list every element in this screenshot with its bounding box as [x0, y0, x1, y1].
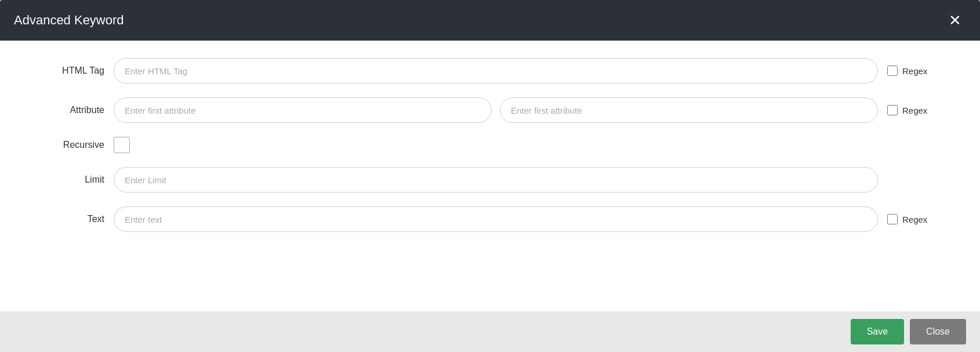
html-tag-regex-label: Regex	[902, 66, 927, 76]
text-row: Text Regex	[35, 206, 945, 232]
attribute-regex-group: Regex	[887, 105, 945, 115]
attribute-inputs	[114, 97, 878, 123]
modal-footer: Save Close	[0, 311, 980, 352]
html-tag-label: HTML Tag	[35, 66, 104, 76]
html-tag-input[interactable]	[114, 58, 878, 84]
recursive-label: Recursive	[35, 140, 104, 150]
text-regex-label: Regex	[902, 215, 927, 224]
modal-body: HTML Tag Regex Attribute Regex Recursive	[0, 41, 980, 311]
attribute-label: Attribute	[35, 105, 104, 115]
html-tag-regex-group: Regex	[887, 66, 945, 76]
header-close-button[interactable]: ✕	[944, 10, 966, 30]
text-label: Text	[35, 214, 104, 224]
text-input[interactable]	[114, 206, 878, 232]
close-button[interactable]: Close	[910, 319, 966, 344]
text-regex-group: Regex	[887, 214, 945, 224]
html-tag-regex-checkbox[interactable]	[887, 66, 898, 76]
limit-label: Limit	[35, 175, 104, 185]
attribute-regex-checkbox[interactable]	[887, 105, 898, 115]
attribute-second-input[interactable]	[500, 97, 878, 123]
html-tag-row: HTML Tag Regex	[35, 58, 945, 84]
attribute-first-input[interactable]	[114, 97, 492, 123]
save-button[interactable]: Save	[851, 319, 904, 344]
text-regex-checkbox[interactable]	[887, 214, 898, 224]
attribute-row: Attribute Regex	[35, 97, 945, 123]
recursive-checkbox[interactable]	[114, 137, 130, 153]
attribute-regex-label: Regex	[902, 106, 927, 115]
modal-header: Advanced Keyword ✕	[0, 0, 980, 41]
limit-row: Limit	[35, 167, 945, 193]
recursive-row: Recursive	[35, 137, 945, 153]
advanced-keyword-modal: Advanced Keyword ✕ HTML Tag Regex Attrib…	[0, 0, 980, 352]
modal-title: Advanced Keyword	[14, 13, 124, 28]
limit-input[interactable]	[114, 167, 878, 193]
